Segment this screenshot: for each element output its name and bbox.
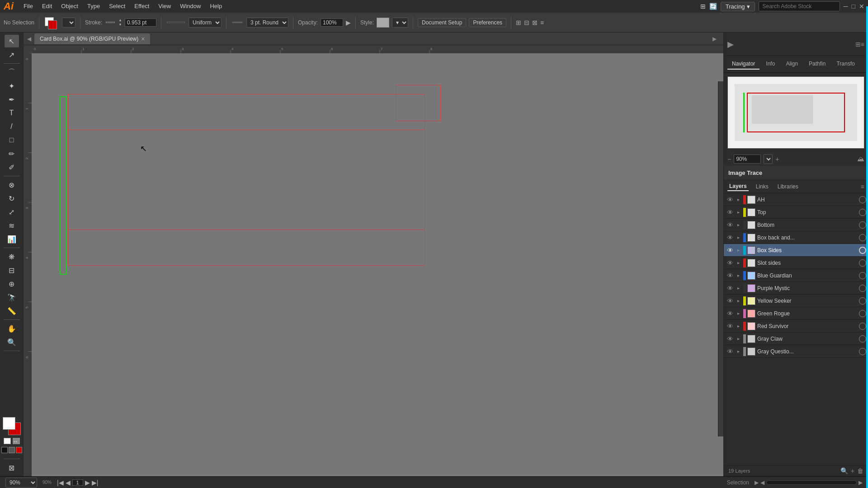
- artboards-tool[interactable]: ⊠: [5, 461, 19, 474]
- select-tool[interactable]: ↖: [5, 35, 19, 47]
- status-scroll-bar[interactable]: [766, 480, 857, 485]
- rotate-tool[interactable]: ↻: [5, 192, 19, 205]
- layer-purple-mystic-expand-icon[interactable]: ▸: [735, 286, 742, 291]
- layer-bottom-target[interactable]: [859, 221, 866, 229]
- magic-wand-tool[interactable]: ✦: [5, 80, 19, 92]
- window-close-icon[interactable]: ✕: [859, 3, 864, 10]
- new-layer-icon[interactable]: +: [851, 467, 854, 474]
- zoom-mountain-icon[interactable]: ⛰: [857, 155, 864, 163]
- window-maximize-icon[interactable]: □: [852, 3, 855, 10]
- direct-select-tool[interactable]: ↗: [5, 48, 19, 61]
- layer-bottom-vis-icon[interactable]: 👁: [726, 221, 735, 229]
- tab-navigator[interactable]: Navigator: [727, 59, 760, 70]
- delete-layer-icon[interactable]: 🗑: [857, 467, 863, 474]
- status-play-icon[interactable]: ▶: [755, 479, 759, 486]
- more-options-icon[interactable]: ≡: [540, 19, 544, 26]
- tab-align[interactable]: Align: [781, 59, 802, 70]
- layer-purple-mystic[interactable]: 👁 ▸ Purple Mystic: [724, 282, 868, 295]
- stroke-value-input[interactable]: [125, 19, 156, 27]
- eyedropper-tool[interactable]: 🔭: [5, 291, 19, 304]
- status-scroll-right-icon[interactable]: ▶: [859, 479, 863, 486]
- warp-tool[interactable]: ≋: [5, 219, 19, 232]
- tab-nav-right[interactable]: ▶: [712, 36, 720, 42]
- layer-slot-sides[interactable]: 👁 ▸ Slot sides: [724, 257, 868, 269]
- opacity-more-icon[interactable]: ▶: [346, 19, 351, 26]
- zoom-tool[interactable]: 🔍: [5, 336, 19, 348]
- menu-type[interactable]: Type: [83, 0, 104, 13]
- page-first-button[interactable]: |◀: [57, 479, 64, 486]
- page-prev-button[interactable]: ◀: [66, 479, 71, 486]
- layer-bottom-expand-icon[interactable]: ▸: [735, 222, 742, 227]
- layer-top-expand-icon[interactable]: ▸: [735, 210, 742, 215]
- layer-gray-claw-expand-icon[interactable]: ▸: [735, 336, 742, 341]
- layer-blue-guardian-target[interactable]: [859, 272, 866, 279]
- tracing-dropdown[interactable]: Tracing ▾: [721, 2, 755, 11]
- tab-transform[interactable]: Transfo: [832, 59, 859, 70]
- menu-help[interactable]: Help: [205, 0, 226, 13]
- blend-tool[interactable]: ⊕: [5, 277, 19, 290]
- canvas-scroll[interactable]: ↖: [32, 53, 723, 476]
- swatch-black[interactable]: [1, 447, 8, 453]
- opacity-input[interactable]: [321, 19, 343, 27]
- layer-box-sides-vis-icon[interactable]: 👁: [726, 247, 735, 254]
- layer-green-rogue-expand-icon[interactable]: ▸: [735, 311, 742, 316]
- page-number-input[interactable]: [72, 479, 83, 486]
- zoom-out-icon[interactable]: −: [727, 155, 731, 163]
- layer-top-vis-icon[interactable]: 👁: [726, 209, 735, 216]
- layer-bottom[interactable]: 👁 ▸ Bottom: [724, 219, 868, 231]
- layer-red-survivor-vis-icon[interactable]: 👁: [726, 323, 735, 330]
- layer-red-survivor-expand-icon[interactable]: ▸: [735, 324, 742, 328]
- layer-box-back-target[interactable]: [859, 234, 866, 241]
- layer-red-survivor-target[interactable]: [859, 323, 866, 330]
- layer-blue-guardian-expand-icon[interactable]: ▸: [735, 273, 742, 278]
- layer-slot-sides-expand-icon[interactable]: ▸: [735, 260, 742, 265]
- symbol-tool[interactable]: ❋: [5, 250, 19, 263]
- layer-green-rogue-vis-icon[interactable]: 👁: [726, 310, 735, 317]
- layer-blue-guardian[interactable]: 👁 ▸ Blue Guardian: [724, 269, 868, 282]
- layer-yellow-seeker-expand-icon[interactable]: ▸: [735, 298, 742, 303]
- layer-yellow-seeker[interactable]: 👁 ▸ Yellow Seeker: [724, 295, 868, 307]
- tab-nav-left[interactable]: ◀: [27, 36, 34, 42]
- layer-top-target[interactable]: [859, 209, 866, 216]
- no-fill-icon[interactable]: [4, 438, 11, 444]
- brush-tool[interactable]: ✏: [5, 147, 19, 160]
- align-mode-icon[interactable]: ⊟: [524, 19, 529, 26]
- zoom-select[interactable]: 90%: [5, 478, 37, 488]
- menu-view[interactable]: View: [154, 0, 175, 13]
- tab-layers[interactable]: Layers: [727, 182, 749, 191]
- zoom-in-icon[interactable]: +: [775, 155, 779, 163]
- tab-libraries[interactable]: Libraries: [776, 183, 800, 191]
- sync-icon[interactable]: 🔄: [709, 3, 717, 10]
- layer-gray-claw-target[interactable]: [859, 335, 866, 343]
- document-tab[interactable]: Card Box.ai @ 90% (RGB/GPU Preview) ×: [34, 33, 150, 44]
- tab-close-button[interactable]: ×: [141, 35, 145, 42]
- column-tool[interactable]: ⊟: [5, 264, 19, 277]
- layer-gray-question-vis-icon[interactable]: 👁: [726, 348, 735, 355]
- arrange-mode-icon[interactable]: ⊞: [516, 19, 521, 26]
- uniform-dropdown[interactable]: Uniform: [189, 18, 222, 28]
- pencil-tool[interactable]: ✐: [5, 161, 19, 174]
- rect-tool[interactable]: □: [5, 134, 19, 146]
- distribute-icon[interactable]: ⊠: [532, 19, 538, 26]
- fill-color[interactable]: [44, 16, 59, 29]
- layer-box-sides-expand-icon[interactable]: ▸: [735, 248, 742, 253]
- tab-pathfinder[interactable]: Pathfin: [804, 59, 830, 70]
- fill-dropdown[interactable]: ▾: [62, 18, 75, 28]
- stroke-down-icon[interactable]: ▼: [118, 23, 122, 27]
- measure-tool[interactable]: 📏: [5, 305, 19, 317]
- pen-tool[interactable]: ✒: [5, 93, 19, 106]
- panel-menu-icon[interactable]: ≡: [861, 41, 864, 48]
- image-trace-panel[interactable]: Image Trace: [724, 166, 868, 180]
- menu-file[interactable]: File: [19, 0, 38, 13]
- style-color-preview[interactable]: [377, 18, 389, 28]
- panel-left-arrow[interactable]: ▶: [727, 39, 734, 49]
- layer-gray-claw[interactable]: 👁 ▸ Gray Claw: [724, 333, 868, 345]
- swatch-red[interactable]: [16, 447, 22, 453]
- layer-box-back[interactable]: 👁 ▸ Box back and...: [724, 231, 868, 244]
- stroke-up-icon[interactable]: ▲: [118, 18, 122, 22]
- layer-slot-sides-target[interactable]: [859, 259, 866, 267]
- graph-tool[interactable]: 📊: [5, 233, 19, 245]
- style-dropdown[interactable]: ▾: [392, 18, 408, 28]
- layer-ah-expand-icon[interactable]: ▸: [735, 197, 742, 202]
- zoom-input[interactable]: [734, 155, 761, 164]
